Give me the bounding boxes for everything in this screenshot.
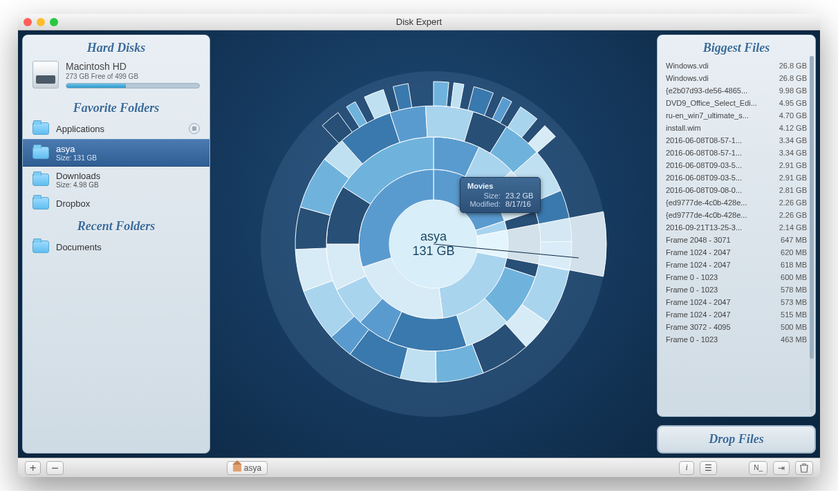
biggest-file-row[interactable]: 2016-06-08T08-57-1... 3.34 GB bbox=[658, 134, 815, 147]
file-name: 2016-06-08T08-57-1... bbox=[666, 149, 742, 157]
sunburst-chart[interactable]: asya 131 GB Movies Size: 23.2 GB Modifie… bbox=[214, 35, 653, 454]
window-title: Disk Expert bbox=[18, 17, 820, 27]
folder-label: Documents bbox=[56, 242, 102, 252]
biggest-file-row[interactable]: Frame 3072 - 4095 500 MB bbox=[658, 321, 815, 333]
titlebar: Disk Expert bbox=[18, 14, 820, 30]
biggest-file-row[interactable]: 2016-09-21T13-25-3... 2.14 GB bbox=[658, 221, 815, 234]
folder-icon bbox=[32, 147, 49, 159]
file-size: 2.26 GB bbox=[779, 198, 807, 207]
recent-folders-heading: Recent Folders bbox=[23, 214, 210, 236]
biggest-file-row[interactable]: {e2b07d93-de56-4865... 9.98 GB bbox=[658, 84, 815, 97]
file-size: 4.95 GB bbox=[779, 99, 807, 107]
file-size: 9.98 GB bbox=[779, 86, 807, 95]
biggest-file-row[interactable]: ru-en_win7_ultimate_s... 4.70 GB bbox=[658, 109, 815, 122]
favorite-folder-item[interactable]: Dropbox bbox=[23, 193, 210, 214]
info-button[interactable]: i bbox=[679, 461, 694, 475]
file-size: 578 MB bbox=[781, 286, 807, 294]
sunburst-center-label: asya 131 GB bbox=[412, 230, 454, 259]
file-name: Frame 0 - 1023 bbox=[666, 273, 718, 281]
file-name: 2016-09-21T13-25-3... bbox=[666, 223, 742, 232]
file-name: Frame 3072 - 4095 bbox=[666, 323, 731, 331]
file-name: DVD9_Office_Select_Edi... bbox=[666, 99, 757, 107]
zoom-window-button[interactable] bbox=[50, 18, 58, 26]
biggest-file-row[interactable]: 2016-06-08T08-57-1... 3.34 GB bbox=[658, 147, 815, 159]
favorite-folder-item[interactable]: DownloadsSize: 4.98 GB bbox=[23, 167, 210, 193]
sidebar: Hard Disks Macintosh HD 273 GB Free of 4… bbox=[22, 35, 210, 454]
minimize-window-button[interactable] bbox=[37, 18, 45, 26]
breadcrumb[interactable]: asya bbox=[227, 461, 268, 475]
stop-scan-icon[interactable] bbox=[189, 123, 200, 134]
file-name: Frame 1024 - 2047 bbox=[666, 261, 731, 269]
disk-info: Macintosh HD 273 GB Free of 499 GB bbox=[66, 61, 200, 88]
biggest-file-row[interactable]: Frame 0 - 1023 578 MB bbox=[658, 283, 815, 296]
recent-folder-item[interactable]: Documents bbox=[23, 236, 210, 257]
biggest-file-row[interactable]: DVD9_Office_Select_Edi... 4.95 GB bbox=[658, 97, 815, 109]
app-window: Disk Expert Hard Disks Macintosh HD 273 … bbox=[18, 14, 820, 477]
biggest-file-row[interactable]: Frame 1024 - 2047 620 MB bbox=[658, 246, 815, 259]
biggest-file-row[interactable]: {ed9777de-4c0b-428e... 2.26 GB bbox=[658, 196, 815, 209]
scrollbar[interactable] bbox=[810, 56, 814, 412]
window-controls bbox=[24, 18, 58, 26]
biggest-file-row[interactable]: Frame 1024 - 2047 618 MB bbox=[658, 259, 815, 271]
file-name: {ed9777de-4c0b-428e... bbox=[666, 198, 747, 207]
file-size: 500 MB bbox=[781, 323, 807, 331]
disk-name: Macintosh HD bbox=[66, 61, 200, 72]
sunburst-segment[interactable] bbox=[434, 82, 449, 106]
drop-files-panel[interactable]: Drop Files bbox=[657, 425, 816, 454]
biggest-file-row[interactable]: Frame 1024 - 2047 515 MB bbox=[658, 308, 815, 321]
file-name: {ed9777de-4c0b-428e... bbox=[666, 211, 747, 219]
hard-disk-icon bbox=[32, 61, 59, 88]
export-button[interactable]: ⇥ bbox=[773, 461, 790, 475]
biggest-file-row[interactable]: Frame 1024 - 2047 573 MB bbox=[658, 296, 815, 308]
file-size: 463 MB bbox=[781, 335, 807, 344]
favorite-folder-item[interactable]: asyaSize: 131 GB bbox=[23, 139, 210, 167]
remove-button[interactable]: − bbox=[46, 461, 64, 475]
trash-button[interactable] bbox=[795, 461, 813, 475]
tooltip-mod-key: Modified: bbox=[467, 200, 501, 208]
home-icon bbox=[233, 465, 241, 472]
tooltip-mod-value: 8/17/16 bbox=[505, 200, 531, 208]
file-size: 4.70 GB bbox=[779, 111, 807, 120]
biggest-file-row[interactable]: Windows.vdi 26.8 GB bbox=[658, 59, 815, 72]
biggest-file-row[interactable]: 2016-06-08T09-08-0... 2.81 GB bbox=[658, 184, 815, 196]
file-size: 618 MB bbox=[781, 261, 807, 269]
disk-item[interactable]: Macintosh HD 273 GB Free of 499 GB bbox=[23, 58, 210, 95]
biggest-files-list[interactable]: Windows.vdi 26.8 GBWindows.vdi 26.8 GB{e… bbox=[658, 58, 815, 416]
disk-free-label: 273 GB Free of 499 GB bbox=[66, 73, 200, 80]
file-size: 3.34 GB bbox=[779, 149, 807, 157]
biggest-file-row[interactable]: Frame 0 - 1023 600 MB bbox=[658, 271, 815, 283]
file-name: Frame 1024 - 2047 bbox=[666, 310, 731, 319]
folder-label: Applications bbox=[56, 124, 104, 134]
file-size: 26.8 GB bbox=[779, 74, 807, 82]
biggest-file-row[interactable]: 2016-06-08T09-03-5... 2.91 GB bbox=[658, 159, 815, 171]
sunburst-segment[interactable] bbox=[425, 106, 473, 142]
folder-icon bbox=[32, 241, 49, 253]
sunburst-panel: asya 131 GB Movies Size: 23.2 GB Modifie… bbox=[214, 35, 653, 454]
folder-icon bbox=[32, 197, 49, 209]
biggest-file-row[interactable]: 2016-06-08T09-03-5... 2.91 GB bbox=[658, 171, 815, 184]
favorite-folder-item[interactable]: Applications bbox=[23, 118, 210, 139]
file-name: install.wim bbox=[666, 124, 701, 132]
add-button[interactable]: + bbox=[25, 461, 41, 475]
segment-tooltip: Movies Size: 23.2 GB Modified: 8/17/16 bbox=[460, 177, 541, 213]
rename-button[interactable]: N_ bbox=[749, 461, 767, 475]
biggest-file-row[interactable]: install.wim 4.12 GB bbox=[658, 122, 815, 134]
file-size: 647 MB bbox=[781, 236, 807, 244]
file-size: 4.12 GB bbox=[779, 124, 807, 132]
biggest-file-row[interactable]: Windows.vdi 26.8 GB bbox=[658, 72, 815, 84]
folder-icon bbox=[32, 174, 49, 186]
file-size: 620 MB bbox=[781, 248, 807, 256]
file-size: 600 MB bbox=[781, 273, 807, 281]
biggest-file-row[interactable]: Frame 0 - 1023 463 MB bbox=[658, 333, 815, 346]
file-name: 2016-06-08T09-03-5... bbox=[666, 161, 742, 169]
list-view-button[interactable]: ☰ bbox=[700, 461, 717, 475]
hard-disks-heading: Hard Disks bbox=[23, 35, 210, 58]
biggest-file-row[interactable]: Frame 2048 - 3071 647 MB bbox=[658, 234, 815, 246]
biggest-file-row[interactable]: {ed9777de-4c0b-428e... 2.26 GB bbox=[658, 209, 815, 221]
close-window-button[interactable] bbox=[24, 18, 32, 26]
disk-usage-bar bbox=[66, 83, 200, 88]
disk-usage-fill bbox=[66, 84, 126, 88]
file-name: Frame 0 - 1023 bbox=[666, 335, 718, 344]
main-content: Hard Disks Macintosh HD 273 GB Free of 4… bbox=[18, 30, 820, 458]
file-name: 2016-06-08T09-08-0... bbox=[666, 186, 742, 194]
